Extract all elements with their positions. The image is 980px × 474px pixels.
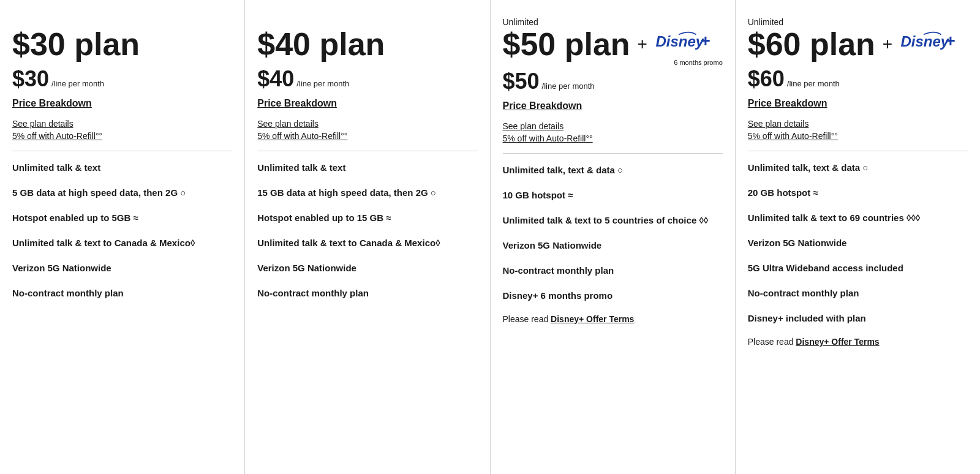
price-amount: $30 bbox=[12, 66, 49, 92]
disney-offer-terms-link[interactable]: Disney+ Offer Terms bbox=[551, 314, 634, 324]
feature-item: No-contract monthly plan bbox=[257, 287, 477, 299]
title-area: $30 plan bbox=[12, 17, 232, 66]
feature-item: 5G Ultra Wideband access included bbox=[748, 261, 968, 274]
price-amount: $60 bbox=[748, 66, 785, 92]
price-breakdown-link[interactable]: Price Breakdown bbox=[12, 98, 232, 109]
feature-item: Verizon 5G Nationwide bbox=[257, 261, 477, 274]
title-area: Unlimited $50 plan + Disney + 6 months p… bbox=[503, 17, 723, 66]
svg-text:Disney: Disney bbox=[901, 33, 950, 50]
auto-refill-text: 5% off with Auto-Refill°° bbox=[748, 131, 968, 141]
plan-label: Unlimited bbox=[503, 17, 723, 27]
divider bbox=[503, 153, 723, 154]
feature-item: Hotspot enabled up to 15 GB ≈ bbox=[257, 211, 477, 224]
plan-title: $50 plan + Disney + bbox=[503, 28, 723, 60]
features-list: Unlimited talk, text & data ○20 GB hotsp… bbox=[748, 161, 968, 325]
plan-column-plan-40: $40 plan $40 /line per month Price Break… bbox=[245, 0, 490, 474]
auto-refill-text: 5% off with Auto-Refill°° bbox=[503, 134, 723, 143]
feature-item: No-contract monthly plan bbox=[748, 287, 968, 299]
title-area: Unlimited $60 plan + Disney + bbox=[748, 17, 968, 66]
feature-item: Disney+ included with plan bbox=[748, 312, 968, 325]
price-per-line: $30 /line per month bbox=[12, 66, 232, 92]
feature-item: Unlimited talk & text to 69 countries ◊◊… bbox=[748, 211, 968, 224]
feature-item: Verizon 5G Nationwide bbox=[12, 261, 232, 274]
see-plan-details-link[interactable]: See plan details bbox=[748, 119, 968, 129]
plan-column-plan-30: $30 plan $30 /line per month Price Break… bbox=[0, 0, 245, 474]
features-list: Unlimited talk & text5 GB data at high s… bbox=[12, 161, 232, 299]
feature-item: Unlimited talk & text to Canada & Mexico… bbox=[257, 236, 477, 249]
feature-item: 10 GB hotspot ≈ bbox=[503, 189, 723, 201]
plan-column-plan-50: Unlimited $50 plan + Disney + 6 months p… bbox=[491, 0, 736, 474]
plan-title-text: $50 plan bbox=[503, 28, 630, 60]
price-suffix: /line per month bbox=[787, 79, 840, 88]
auto-refill-text: 5% off with Auto-Refill°° bbox=[257, 131, 477, 141]
feature-item: Disney+ 6 months promo bbox=[503, 289, 723, 302]
divider bbox=[257, 151, 477, 151]
feature-item: 15 GB data at high speed data, then 2G ○ bbox=[257, 186, 477, 199]
plan-title: $60 plan + Disney + bbox=[748, 28, 968, 60]
disney-plus-logo: Disney + bbox=[655, 28, 710, 60]
auto-refill-text: 5% off with Auto-Refill°° bbox=[12, 131, 232, 141]
feature-item: Unlimited talk & text bbox=[257, 161, 477, 174]
price-amount: $50 bbox=[503, 69, 540, 94]
price-per-line: $40 /line per month bbox=[257, 66, 477, 92]
see-plan-details-link[interactable]: See plan details bbox=[12, 119, 232, 129]
feature-item: Verizon 5G Nationwide bbox=[748, 236, 968, 249]
see-plan-details-link[interactable]: See plan details bbox=[257, 119, 477, 129]
price-suffix: /line per month bbox=[51, 79, 104, 88]
plan-title: $40 plan bbox=[257, 28, 477, 60]
feature-item: Unlimited talk, text & data ○ bbox=[748, 161, 968, 174]
feature-item: No-contract monthly plan bbox=[503, 264, 723, 277]
feature-item: Verizon 5G Nationwide bbox=[503, 239, 723, 252]
feature-item: No-contract monthly plan bbox=[12, 287, 232, 299]
title-area: $40 plan bbox=[257, 17, 477, 66]
feature-item: Unlimited talk, text & data ○ bbox=[503, 164, 723, 176]
svg-text:+: + bbox=[701, 32, 710, 50]
feature-item: Hotspot enabled up to 5GB ≈ bbox=[12, 211, 232, 224]
plan-title-plus: + bbox=[638, 36, 647, 53]
price-breakdown-link[interactable]: Price Breakdown bbox=[257, 98, 477, 109]
feature-item: Unlimited talk & text to Canada & Mexico… bbox=[12, 236, 232, 249]
price-suffix: /line per month bbox=[296, 79, 349, 88]
see-plan-details-link[interactable]: See plan details bbox=[503, 121, 723, 131]
disney-offer-terms: Please read Disney+ Offer Terms bbox=[748, 337, 968, 347]
plan-title-plus: + bbox=[883, 36, 892, 53]
svg-text:+: + bbox=[946, 32, 955, 50]
plan-title: $30 plan bbox=[12, 28, 232, 60]
features-list: Unlimited talk & text15 GB data at high … bbox=[257, 161, 477, 299]
disney-plus-logo: Disney + bbox=[900, 28, 955, 60]
disney-offer-terms-link[interactable]: Disney+ Offer Terms bbox=[796, 337, 879, 347]
plan-column-plan-60: Unlimited $60 plan + Disney + $60 /line … bbox=[736, 0, 980, 474]
feature-item: Unlimited talk & text to 5 countries of … bbox=[503, 214, 723, 227]
features-list: Unlimited talk, text & data ○10 GB hotsp… bbox=[503, 164, 723, 302]
plan-title-text: $40 plan bbox=[257, 28, 385, 60]
feature-item: 5 GB data at high speed data, then 2G ○ bbox=[12, 186, 232, 199]
price-breakdown-link[interactable]: Price Breakdown bbox=[748, 98, 968, 109]
divider bbox=[12, 151, 232, 151]
price-amount: $40 bbox=[257, 66, 294, 92]
price-per-line: $50 /line per month bbox=[503, 69, 723, 94]
plan-title-text: $30 plan bbox=[12, 28, 140, 60]
plan-label: Unlimited bbox=[748, 17, 968, 27]
divider bbox=[748, 151, 968, 151]
plans-container: $30 plan $30 /line per month Price Break… bbox=[0, 0, 980, 474]
price-per-line: $60 /line per month bbox=[748, 66, 968, 92]
feature-item: Unlimited talk & text bbox=[12, 161, 232, 174]
price-suffix: /line per month bbox=[542, 81, 595, 91]
price-breakdown-link[interactable]: Price Breakdown bbox=[503, 100, 723, 111]
disney-offer-terms: Please read Disney+ Offer Terms bbox=[503, 314, 723, 324]
svg-text:Disney: Disney bbox=[655, 33, 704, 50]
feature-item: 20 GB hotspot ≈ bbox=[748, 186, 968, 199]
plan-title-text: $60 plan bbox=[748, 28, 875, 60]
